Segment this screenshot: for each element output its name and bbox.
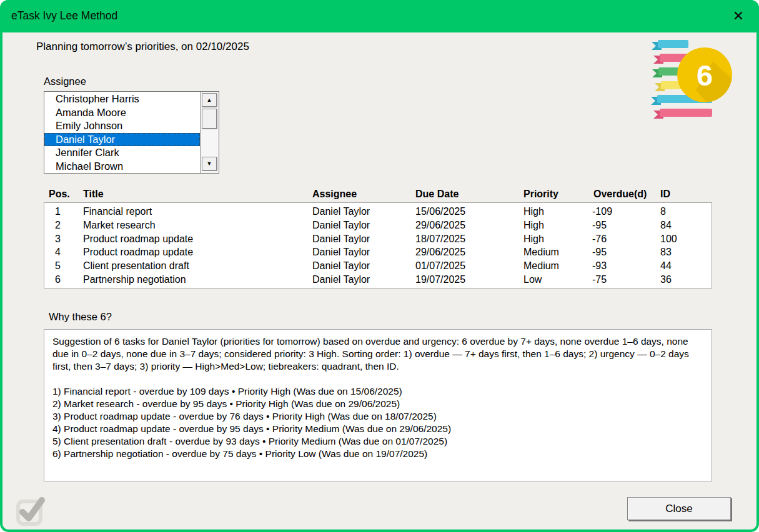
- cell-priority: High: [523, 232, 544, 246]
- cell-id: 44: [660, 259, 672, 273]
- assignee-listbox[interactable]: Christopher HarrisAmanda MooreEmily John…: [44, 91, 219, 174]
- cell-priority: Low: [523, 273, 542, 287]
- dialog-window: eTask Ivy Lee Method ✕ Planning tomorrow…: [0, 0, 759, 532]
- cell-assignee: Daniel Taylor: [312, 273, 370, 287]
- cell-pos: 6: [55, 273, 61, 287]
- cell-due: 19/07/2025: [415, 273, 465, 287]
- assignee-option[interactable]: Michael Brown: [44, 160, 200, 174]
- cell-overdue: -93: [592, 259, 607, 273]
- cell-priority: High: [523, 205, 544, 219]
- cell-due: 01/07/2025: [415, 259, 465, 273]
- window-title: eTask Ivy Lee Method: [11, 9, 117, 22]
- cell-title: Product roadmap update: [83, 245, 193, 259]
- column-header-due-date: Due Date: [415, 189, 459, 200]
- cell-overdue: -95: [592, 219, 607, 232]
- close-button-label: Close: [665, 503, 692, 515]
- table-row: 4Product roadmap updateDaniel Taylor29/0…: [44, 245, 712, 259]
- scroll-down-button[interactable]: ▼: [202, 157, 217, 170]
- column-header-overdue: Overdue(d): [593, 189, 647, 200]
- scrollbar-thumb[interactable]: [202, 109, 217, 129]
- assignee-option[interactable]: Jennifer Clark: [44, 146, 200, 160]
- cell-assignee: Daniel Taylor: [312, 219, 370, 232]
- cell-title: Client presentation draft: [83, 259, 189, 273]
- column-header-assignee: Assignee: [312, 189, 357, 200]
- cell-id: 84: [660, 219, 672, 232]
- ivy-lee-badge-icon: 6: [648, 37, 737, 122]
- cell-priority: Medium: [523, 245, 559, 259]
- column-header-title: Title: [83, 189, 104, 200]
- cell-priority: Medium: [523, 259, 559, 273]
- badge-count: 6: [697, 59, 713, 92]
- task-table-body: 1Financial reportDaniel Taylor15/06/2025…: [44, 202, 712, 288]
- cell-overdue: -76: [592, 232, 607, 246]
- cell-priority: High: [523, 219, 544, 232]
- cell-assignee: Daniel Taylor: [312, 232, 370, 246]
- cell-due: 18/07/2025: [415, 232, 465, 246]
- assignee-option[interactable]: Daniel Taylor: [44, 133, 200, 147]
- cell-assignee: Daniel Taylor: [312, 245, 370, 259]
- title-bar[interactable]: eTask Ivy Lee Method ✕: [0, 0, 759, 32]
- column-header-id: ID: [660, 189, 670, 200]
- listbox-scrollbar[interactable]: ▲ ▼: [200, 92, 219, 173]
- assignee-option[interactable]: Emily Johnson: [44, 119, 200, 133]
- table-row: 1Financial reportDaniel Taylor15/06/2025…: [44, 205, 712, 219]
- assignee-options: Christopher HarrisAmanda MooreEmily John…: [44, 92, 200, 174]
- cell-id: 100: [660, 232, 677, 246]
- cell-title: Partnership negotiation: [83, 273, 186, 287]
- cell-assignee: Daniel Taylor: [312, 205, 370, 219]
- table-header: Pos. Title Assignee Due Date Priority Ov…: [44, 189, 712, 201]
- assignee-option[interactable]: Christopher Harris: [44, 92, 200, 106]
- cell-pos: 1: [55, 205, 61, 219]
- cell-due: 29/06/2025: [415, 219, 465, 232]
- close-icon: ✕: [733, 9, 744, 23]
- assignee-label: Assignee: [44, 76, 86, 87]
- scroll-up-button[interactable]: ▲: [202, 93, 217, 107]
- cell-pos: 2: [55, 219, 61, 232]
- table-row: 6Partnership negotiationDaniel Taylor19/…: [44, 273, 712, 287]
- cell-pos: 5: [55, 259, 61, 273]
- cell-id: 36: [660, 273, 672, 287]
- table-row: 5Client presentation draftDaniel Taylor0…: [44, 259, 712, 273]
- cell-overdue: -109: [592, 205, 612, 219]
- cell-overdue: -75: [592, 273, 607, 287]
- cell-due: 15/06/2025: [415, 205, 465, 219]
- why-label: Why these 6?: [49, 311, 112, 323]
- cell-id: 83: [660, 245, 672, 259]
- scroll-up-icon: ▲: [207, 97, 212, 103]
- cell-due: 29/06/2025: [415, 245, 465, 259]
- cell-pos: 3: [55, 232, 61, 246]
- table-row: 3Product roadmap updateDaniel Taylor18/0…: [44, 232, 712, 246]
- cell-pos: 4: [55, 245, 61, 259]
- cell-id: 8: [660, 205, 666, 219]
- explanation-box: Suggestion of 6 tasks for Daniel Taylor …: [44, 329, 712, 481]
- cell-overdue: -95: [592, 245, 607, 259]
- cell-title: Product roadmap update: [83, 232, 193, 246]
- close-button[interactable]: Close: [627, 497, 731, 520]
- column-header-priority: Priority: [523, 189, 558, 200]
- cell-title: Financial report: [83, 205, 152, 219]
- assignee-option[interactable]: Amanda Moore: [44, 106, 200, 120]
- cell-title: Market research: [83, 219, 156, 232]
- column-header-pos: Pos.: [49, 189, 70, 200]
- cell-assignee: Daniel Taylor: [312, 259, 370, 273]
- close-window-button[interactable]: ✕: [729, 7, 748, 26]
- checkmark-icon: [12, 493, 47, 528]
- scroll-down-icon: ▼: [207, 160, 212, 167]
- planning-subtitle: Planning tomorrow’s priorities, on 02/10…: [36, 41, 249, 53]
- table-row: 2Market researchDaniel Taylor29/06/2025H…: [44, 219, 712, 232]
